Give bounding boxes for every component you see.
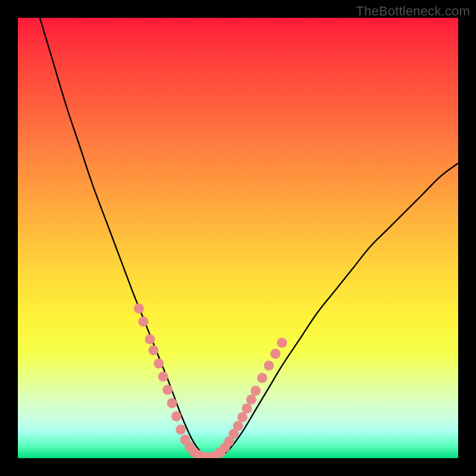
chart-plot-area bbox=[18, 18, 458, 458]
highlight-dot bbox=[134, 303, 144, 314]
highlight-dot bbox=[138, 317, 148, 327]
highlight-dot bbox=[167, 398, 177, 408]
highlight-dot bbox=[277, 338, 287, 348]
highlight-dot bbox=[237, 412, 248, 422]
watermark-text: TheBottleneck.com bbox=[356, 4, 470, 19]
highlight-dot bbox=[233, 421, 243, 431]
highlight-dot bbox=[145, 334, 155, 345]
highlight-dots bbox=[134, 303, 287, 458]
highlight-dot bbox=[176, 424, 186, 434]
highlight-dot bbox=[148, 345, 158, 355]
highlight-dot bbox=[242, 403, 252, 414]
chart-svg bbox=[18, 18, 458, 458]
bottleneck-curve bbox=[40, 18, 458, 458]
highlight-dot bbox=[171, 411, 181, 421]
highlight-dot bbox=[257, 373, 267, 383]
highlight-dot bbox=[250, 386, 261, 396]
highlight-dot bbox=[270, 349, 280, 359]
highlight-dot bbox=[264, 361, 274, 371]
chart-frame: TheBottleneck.com bbox=[0, 0, 476, 476]
highlight-dot bbox=[162, 385, 173, 395]
highlight-dot bbox=[154, 358, 164, 368]
highlight-dot bbox=[246, 394, 256, 405]
highlight-dot bbox=[158, 372, 168, 382]
